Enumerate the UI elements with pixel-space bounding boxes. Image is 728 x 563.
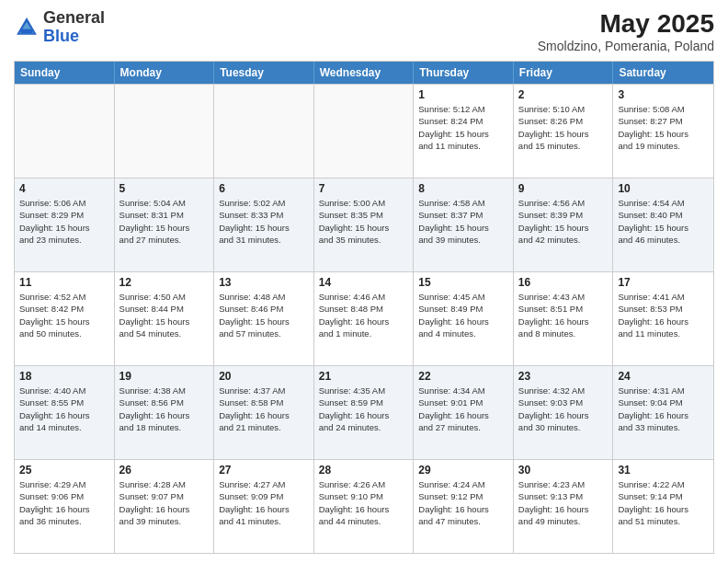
calendar: SundayMondayTuesdayWednesdayThursdayFrid… <box>14 61 714 554</box>
empty-cell <box>314 85 415 178</box>
day-info: Sunrise: 4:28 AM Sunset: 9:07 PM Dayligh… <box>119 478 210 527</box>
header: General Blue May 2025 Smoldzino, Pomeran… <box>14 9 714 53</box>
day-cell: 29Sunrise: 4:24 AM Sunset: 9:12 PM Dayli… <box>414 460 514 553</box>
day-number: 9 <box>518 182 609 195</box>
day-number: 29 <box>418 464 508 477</box>
day-cell: 22Sunrise: 4:34 AM Sunset: 9:01 PM Dayli… <box>414 366 514 459</box>
logo-text: General Blue <box>43 9 105 46</box>
empty-cell <box>115 85 215 178</box>
day-number: 21 <box>319 370 409 383</box>
weekday-header: Saturday <box>613 62 713 84</box>
day-cell: 18Sunrise: 4:40 AM Sunset: 8:55 PM Dayli… <box>15 366 115 459</box>
day-info: Sunrise: 4:45 AM Sunset: 8:49 PM Dayligh… <box>418 291 508 339</box>
day-cell: 27Sunrise: 4:27 AM Sunset: 9:09 PM Dayli… <box>214 460 314 553</box>
day-cell: 25Sunrise: 4:29 AM Sunset: 9:06 PM Dayli… <box>15 460 115 553</box>
empty-cell <box>214 85 314 178</box>
title-block: May 2025 Smoldzino, Pomerania, Poland <box>538 9 714 53</box>
day-info: Sunrise: 4:27 AM Sunset: 9:09 PM Dayligh… <box>219 478 309 527</box>
day-number: 18 <box>19 370 109 383</box>
calendar-body: 1Sunrise: 5:12 AM Sunset: 8:24 PM Daylig… <box>15 84 713 553</box>
day-info: Sunrise: 5:00 AM Sunset: 8:35 PM Dayligh… <box>319 197 409 246</box>
day-number: 19 <box>119 370 210 383</box>
day-info: Sunrise: 4:37 AM Sunset: 8:58 PM Dayligh… <box>219 385 309 433</box>
day-info: Sunrise: 4:22 AM Sunset: 9:14 PM Dayligh… <box>618 478 709 527</box>
day-cell: 20Sunrise: 4:37 AM Sunset: 8:58 PM Dayli… <box>214 366 314 459</box>
day-cell: 4Sunrise: 5:06 AM Sunset: 8:29 PM Daylig… <box>15 178 115 271</box>
calendar-header: SundayMondayTuesdayWednesdayThursdayFrid… <box>15 62 713 84</box>
logo-blue: Blue <box>43 27 79 45</box>
calendar-row: 4Sunrise: 5:06 AM Sunset: 8:29 PM Daylig… <box>15 178 713 271</box>
day-number: 12 <box>119 276 210 289</box>
day-number: 17 <box>618 276 709 289</box>
day-info: Sunrise: 4:32 AM Sunset: 9:03 PM Dayligh… <box>518 385 609 433</box>
day-info: Sunrise: 4:48 AM Sunset: 8:46 PM Dayligh… <box>219 291 309 339</box>
day-info: Sunrise: 4:38 AM Sunset: 8:56 PM Dayligh… <box>119 385 210 433</box>
day-number: 11 <box>19 276 109 289</box>
logo-general: General <box>43 8 105 27</box>
page: General Blue May 2025 Smoldzino, Pomeran… <box>0 0 728 563</box>
day-info: Sunrise: 4:41 AM Sunset: 8:53 PM Dayligh… <box>618 291 709 339</box>
day-number: 10 <box>618 182 709 195</box>
day-number: 20 <box>219 370 309 383</box>
day-info: Sunrise: 5:06 AM Sunset: 8:29 PM Dayligh… <box>19 197 109 246</box>
day-cell: 17Sunrise: 4:41 AM Sunset: 8:53 PM Dayli… <box>613 272 713 365</box>
day-number: 24 <box>618 370 709 383</box>
day-number: 27 <box>219 464 309 477</box>
day-cell: 28Sunrise: 4:26 AM Sunset: 9:10 PM Dayli… <box>314 460 415 553</box>
day-info: Sunrise: 4:24 AM Sunset: 9:12 PM Dayligh… <box>418 478 508 527</box>
day-number: 4 <box>19 182 109 195</box>
day-info: Sunrise: 5:02 AM Sunset: 8:33 PM Dayligh… <box>219 197 309 246</box>
day-cell: 31Sunrise: 4:22 AM Sunset: 9:14 PM Dayli… <box>613 460 713 553</box>
day-cell: 10Sunrise: 4:54 AM Sunset: 8:40 PM Dayli… <box>613 178 713 271</box>
day-number: 30 <box>518 464 609 477</box>
day-number: 5 <box>119 182 210 195</box>
day-cell: 2Sunrise: 5:10 AM Sunset: 8:26 PM Daylig… <box>514 85 614 178</box>
subtitle: Smoldzino, Pomerania, Poland <box>538 39 714 53</box>
day-cell: 16Sunrise: 4:43 AM Sunset: 8:51 PM Dayli… <box>514 272 614 365</box>
day-number: 1 <box>418 88 508 101</box>
day-info: Sunrise: 4:56 AM Sunset: 8:39 PM Dayligh… <box>518 197 609 246</box>
day-number: 23 <box>518 370 609 383</box>
day-cell: 15Sunrise: 4:45 AM Sunset: 8:49 PM Dayli… <box>414 272 514 365</box>
day-number: 25 <box>19 464 109 477</box>
calendar-row: 25Sunrise: 4:29 AM Sunset: 9:06 PM Dayli… <box>15 459 713 553</box>
day-cell: 7Sunrise: 5:00 AM Sunset: 8:35 PM Daylig… <box>314 178 415 271</box>
day-cell: 12Sunrise: 4:50 AM Sunset: 8:44 PM Dayli… <box>115 272 215 365</box>
day-number: 3 <box>618 88 709 101</box>
day-number: 8 <box>418 182 508 195</box>
day-number: 16 <box>518 276 609 289</box>
day-info: Sunrise: 4:29 AM Sunset: 9:06 PM Dayligh… <box>19 478 109 527</box>
day-info: Sunrise: 4:58 AM Sunset: 8:37 PM Dayligh… <box>418 197 508 246</box>
weekday-header: Friday <box>514 62 614 84</box>
day-cell: 11Sunrise: 4:52 AM Sunset: 8:42 PM Dayli… <box>15 272 115 365</box>
weekday-header: Wednesday <box>314 62 415 84</box>
weekday-header: Tuesday <box>214 62 314 84</box>
day-info: Sunrise: 5:08 AM Sunset: 8:27 PM Dayligh… <box>618 103 709 152</box>
day-info: Sunrise: 5:12 AM Sunset: 8:24 PM Dayligh… <box>418 103 508 152</box>
day-cell: 19Sunrise: 4:38 AM Sunset: 8:56 PM Dayli… <box>115 366 215 459</box>
logo-icon <box>14 15 40 40</box>
calendar-row: 11Sunrise: 4:52 AM Sunset: 8:42 PM Dayli… <box>15 271 713 365</box>
day-number: 2 <box>518 88 609 101</box>
calendar-row: 1Sunrise: 5:12 AM Sunset: 8:24 PM Daylig… <box>15 84 713 178</box>
weekday-header: Sunday <box>15 62 115 84</box>
day-info: Sunrise: 5:04 AM Sunset: 8:31 PM Dayligh… <box>119 197 210 246</box>
day-cell: 8Sunrise: 4:58 AM Sunset: 8:37 PM Daylig… <box>414 178 514 271</box>
svg-rect-2 <box>21 29 32 33</box>
day-cell: 6Sunrise: 5:02 AM Sunset: 8:33 PM Daylig… <box>214 178 314 271</box>
day-info: Sunrise: 5:10 AM Sunset: 8:26 PM Dayligh… <box>518 103 609 152</box>
day-number: 15 <box>418 276 508 289</box>
main-title: May 2025 <box>538 9 714 39</box>
calendar-row: 18Sunrise: 4:40 AM Sunset: 8:55 PM Dayli… <box>15 365 713 459</box>
weekday-header: Thursday <box>414 62 514 84</box>
weekday-header: Monday <box>115 62 215 84</box>
day-info: Sunrise: 4:46 AM Sunset: 8:48 PM Dayligh… <box>319 291 409 339</box>
day-info: Sunrise: 4:54 AM Sunset: 8:40 PM Dayligh… <box>618 197 709 246</box>
day-number: 13 <box>219 276 309 289</box>
day-cell: 23Sunrise: 4:32 AM Sunset: 9:03 PM Dayli… <box>514 366 614 459</box>
day-cell: 3Sunrise: 5:08 AM Sunset: 8:27 PM Daylig… <box>613 85 713 178</box>
day-cell: 21Sunrise: 4:35 AM Sunset: 8:59 PM Dayli… <box>314 366 415 459</box>
day-info: Sunrise: 4:23 AM Sunset: 9:13 PM Dayligh… <box>518 478 609 527</box>
day-number: 22 <box>418 370 508 383</box>
day-cell: 5Sunrise: 5:04 AM Sunset: 8:31 PM Daylig… <box>115 178 215 271</box>
